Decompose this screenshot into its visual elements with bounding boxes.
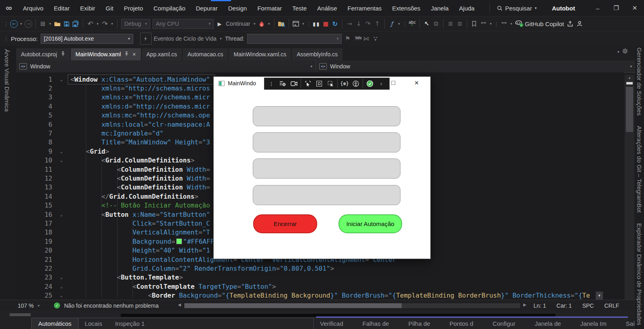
sidebar-tab-1[interactable]: Alterações do Git – TelegramBot (636, 126, 643, 213)
line-ending-indicator[interactable]: CRLF (604, 302, 619, 309)
panel-tab-1[interactable]: Falhas de (359, 318, 393, 327)
panel-tab-0[interactable]: Verificad (316, 318, 347, 327)
scrollbar-thumb[interactable] (626, 87, 633, 132)
stop-icon[interactable]: ■ (322, 19, 330, 29)
person-icon[interactable] (575, 19, 584, 29)
dropdown-caret-icon[interactable]: ▾ (397, 19, 401, 29)
menu-análise[interactable]: Análise (312, 0, 342, 16)
fold-marker-icon[interactable]: ⌄ (52, 77, 70, 82)
menu-compilação[interactable]: Compilação (148, 0, 190, 16)
dropdown-caret-icon[interactable]: ▾ (267, 19, 271, 29)
pin-icon[interactable] (124, 51, 129, 58)
menu-formatar[interactable]: Formatar (252, 0, 287, 16)
element-dropdown-left[interactable]: <> Window ▾ (16, 60, 316, 72)
step-over-icon[interactable]: ↷ (364, 19, 372, 29)
new-item-icon[interactable]: ⊞ (39, 19, 47, 29)
scroll-right-icon[interactable]: ▶ (523, 302, 526, 307)
editor-vertical-scrollbar[interactable]: ▲ (625, 75, 634, 300)
share-icon[interactable] (566, 19, 574, 29)
spellcheck-icon[interactable]: abc✓ (408, 19, 417, 29)
xaml-settings-icon[interactable]: {⊛} (340, 78, 349, 89)
tab-list-caret-icon[interactable]: ▾ (617, 48, 619, 55)
panel-tab-7[interactable]: Saída (622, 318, 635, 327)
flame-icon[interactable] (258, 19, 266, 29)
fold-marker-icon[interactable]: ⌄ (52, 149, 70, 154)
camera-icon[interactable] (289, 78, 299, 89)
tab-automacao.cs[interactable]: Automacao.cs (183, 48, 228, 60)
code-line-23[interactable]: 23⌄ <Button.Template> (16, 273, 624, 282)
scrollbar-thumb[interactable] (184, 303, 402, 308)
intellisense-dropdown[interactable]: ▼ (596, 292, 603, 300)
process-dropdown[interactable]: [20168] Autobot.exe▾ (41, 34, 133, 44)
panel-tab-5[interactable]: Janela de (531, 318, 565, 327)
dropdown-caret-icon[interactable]: ▾ (509, 19, 514, 29)
app-close-button[interactable]: × (409, 77, 425, 89)
copilot-label[interactable]: GitHub Copilot (525, 21, 564, 27)
copilot-icon[interactable]: ✓ (514, 19, 523, 29)
watch-tab-inspeção 1[interactable]: Inspeção 1 (109, 318, 151, 327)
dropdown-caret-icon[interactable]: ▾ (301, 19, 305, 29)
accessibility-icon[interactable] (351, 78, 361, 89)
open-folder-icon[interactable] (53, 19, 62, 29)
tab-mainwindow.xaml[interactable]: MainWindow.xaml× (71, 48, 141, 60)
display-adorners-icon[interactable] (314, 78, 324, 89)
pin-icon[interactable] (61, 51, 65, 58)
intellicode-icon[interactable]: ƒ (388, 19, 396, 29)
bowtie-icon[interactable]: ⋈ (362, 33, 370, 44)
app-textbox-1[interactable] (253, 106, 400, 126)
fold-marker-icon[interactable]: ⌄ (52, 293, 70, 298)
menu-git[interactable]: Git (101, 0, 119, 16)
close-tab-icon[interactable]: × (132, 51, 136, 58)
line-indicator[interactable]: Ln: 1 (533, 302, 546, 309)
watch-tab-automáticos[interactable]: Automáticos (32, 318, 78, 329)
indent-icon[interactable]: ≣ (446, 19, 455, 29)
tab-assemblyinfo.cs[interactable]: AssemblyInfo.cs (292, 48, 343, 60)
continue-button[interactable]: Continuar (226, 21, 250, 27)
track-element-icon[interactable] (326, 78, 335, 89)
editor-horizontal-scrollbar[interactable] (184, 303, 520, 308)
flag-icon[interactable]: ⚑ (343, 33, 352, 44)
watch-tab-locais[interactable]: Locais (78, 318, 109, 327)
dropdown-caret-icon[interactable]: ▾ (48, 19, 52, 29)
panel-tab-6[interactable]: Janela Im (576, 318, 611, 327)
collapse-toolbar-icon[interactable]: ‹ (376, 78, 386, 89)
menu-depurar[interactable]: Depurar (190, 0, 223, 16)
solution-config-dropdown[interactable]: Debug▾ (121, 19, 150, 29)
code-line-22[interactable]: 22 Grid.Column="2" RenderTransformOrigin… (16, 264, 624, 273)
step-into-icon[interactable]: ↓ (355, 19, 363, 29)
menu-extensões[interactable]: Extensões (387, 0, 425, 16)
pause-icon[interactable]: ▮▮ (312, 19, 321, 29)
column-indicator[interactable]: Car: 1 (557, 302, 572, 309)
dropdown-caret-icon[interactable]: ▾ (19, 19, 23, 29)
restart-icon[interactable]: ↻ (331, 19, 339, 29)
platform-dropdown[interactable]: Any CPU▾ (153, 19, 214, 29)
scroll-up-icon[interactable]: ▲ (625, 75, 634, 80)
zoom-selector[interactable]: 107 %▾ (18, 302, 39, 309)
sidebar-tab-arvore-visual[interactable]: Árvore Visual Dinâmica (4, 49, 10, 112)
play-icon[interactable]: ▶ (215, 19, 224, 29)
dropdown-caret-icon[interactable]: ▾ (252, 19, 257, 29)
flag-layered-icon[interactable]: ⚑⚑ (353, 33, 361, 44)
app-textbox-2[interactable] (253, 132, 400, 152)
scroll-left-icon[interactable]: ◀ (178, 302, 181, 307)
step-out-icon[interactable]: ↑ (373, 19, 382, 29)
code-line-25[interactable]: 25⌄ <Border Background="{TemplateBinding… (16, 291, 624, 300)
close-button[interactable]: ✕ (625, 0, 644, 16)
app-window-icon[interactable] (292, 19, 300, 29)
element-dropdown-right[interactable]: <> Window ▾ (316, 60, 635, 72)
restore-button[interactable]: ❐ (607, 0, 625, 16)
spaces-indicator[interactable]: SPC (582, 302, 594, 309)
fold-marker-icon[interactable]: ⌄ (52, 275, 70, 280)
overflow-icon[interactable]: ∙∙▾ (371, 33, 380, 44)
nav-forward-icon[interactable]: → (24, 19, 33, 29)
tab-mainwindow.xaml.cs[interactable]: MainWindow.xaml.cs (229, 48, 291, 60)
pointer-icon[interactable]: ↖ (423, 19, 431, 29)
menu-janela[interactable]: Janela (425, 0, 454, 16)
app-textbox-3[interactable] (253, 158, 400, 179)
minimize-button[interactable]: – (588, 0, 607, 16)
quote-icon[interactable]: "" (479, 19, 488, 29)
search-box[interactable]: Pesquisar ▾ (489, 4, 537, 12)
menu-ferramentas[interactable]: Ferramentas (342, 0, 387, 16)
dropdown-caret-icon[interactable]: ▾ (219, 33, 223, 44)
menu-arquivo[interactable]: Arquivo (18, 0, 49, 16)
